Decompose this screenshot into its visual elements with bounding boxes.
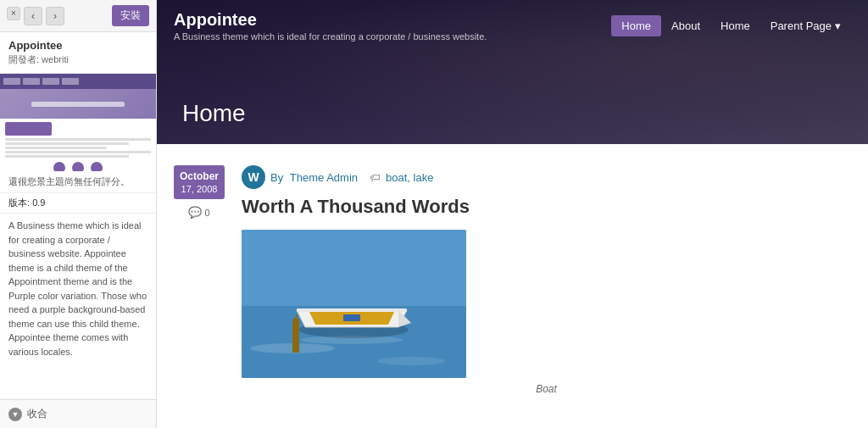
svg-point-3 xyxy=(377,357,445,365)
post-tags[interactable]: boat, lake xyxy=(386,171,433,184)
preview-content xyxy=(0,119,156,171)
panel-header: × ‹ › 安裝 xyxy=(0,0,156,32)
tag-icon: 🏷 xyxy=(370,171,381,184)
comment-count: 💬 0 xyxy=(174,206,225,219)
close-button[interactable]: × xyxy=(7,7,20,20)
site-tagline: A Business theme which is ideal for crea… xyxy=(174,31,487,42)
dropdown-arrow-icon: ▾ xyxy=(835,19,841,32)
main-content: Appointee A Business theme which is idea… xyxy=(157,0,868,428)
wp-logo: W xyxy=(242,165,265,189)
image-caption: Boat xyxy=(242,383,851,395)
version-label: 版本: xyxy=(8,197,30,208)
nav-about[interactable]: About xyxy=(661,15,710,36)
post-content: W By Theme Admin 🏷 boat, lake Worth A Th… xyxy=(242,165,851,395)
site-nav: Home About Home Parent Page ▾ xyxy=(611,15,851,36)
theme-name: Appointee xyxy=(8,39,147,52)
nav-back-button[interactable]: ‹ xyxy=(24,7,42,25)
site-header: Appointee A Business theme which is idea… xyxy=(157,0,868,52)
hero-section: Appointee A Business theme which is idea… xyxy=(157,0,868,144)
date-block: October 17, 2008 💬 0 xyxy=(174,165,225,395)
post-author: By Theme Admin xyxy=(270,171,358,184)
version-value: 0.9 xyxy=(32,197,45,208)
wp-logo-letter: W xyxy=(248,170,259,184)
post-meta: W By Theme Admin 🏷 boat, lake xyxy=(242,165,851,189)
nav-home[interactable]: Home xyxy=(611,15,661,36)
nav-parent-page[interactable]: Parent Page ▾ xyxy=(760,15,851,36)
author-name[interactable]: Theme Admin xyxy=(290,171,358,184)
panel-footer: ▼ 收合 xyxy=(0,399,156,428)
date-box: October 17, 2008 xyxy=(174,165,225,199)
post-image xyxy=(242,230,466,378)
site-title: Appointee xyxy=(174,10,487,30)
comment-icon: 💬 xyxy=(188,206,202,219)
collapse-text[interactable]: 收合 xyxy=(27,407,47,421)
boat-image-svg xyxy=(242,230,466,378)
theme-description: A Business theme which is ideal for crea… xyxy=(0,214,156,399)
date-day-year: 17, 2008 xyxy=(177,184,221,194)
svg-rect-8 xyxy=(343,314,360,321)
site-title-area: Appointee A Business theme which is idea… xyxy=(174,10,487,42)
svg-rect-7 xyxy=(297,308,407,312)
rating-text: 還很您景主題尚無任何評分。 xyxy=(0,171,156,193)
post-area: October 17, 2008 💬 0 W By Theme Admin 🏷 … xyxy=(157,144,868,412)
preview-nav xyxy=(0,74,156,89)
theme-info: Appointee 開發者: webriti xyxy=(0,32,156,74)
page-title: Home xyxy=(182,100,843,127)
panel-nav-buttons: × ‹ › xyxy=(7,7,64,25)
nav-forward-button[interactable]: › xyxy=(46,7,64,25)
comment-number: 0 xyxy=(204,208,209,218)
theme-preview-image xyxy=(0,74,156,171)
nav-home2[interactable]: Home xyxy=(710,15,760,36)
collapse-icon: ▼ xyxy=(8,408,22,421)
preview-hero xyxy=(0,89,156,119)
theme-developer: 開發者: webriti xyxy=(8,53,147,66)
version-text: 版本: 0.9 xyxy=(0,193,156,214)
svg-line-9 xyxy=(296,314,297,319)
install-button[interactable]: 安裝 xyxy=(112,5,149,26)
left-panel: × ‹ › 安裝 Appointee 開發者: webriti xyxy=(0,0,157,428)
date-month: October xyxy=(177,170,221,182)
post-title[interactable]: Worth A Thousand Words xyxy=(242,196,851,218)
svg-rect-6 xyxy=(292,319,299,353)
